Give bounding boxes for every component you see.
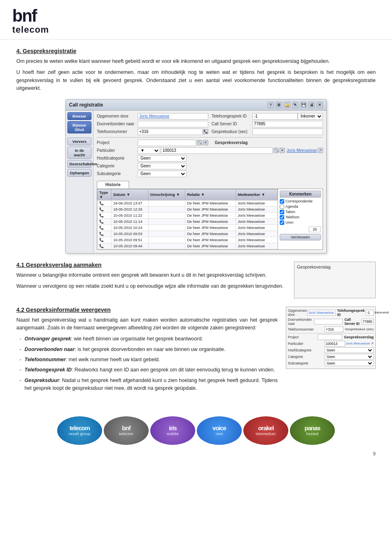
ververs-button[interactable]: Ververs xyxy=(67,138,91,145)
call-server-id-input[interactable] xyxy=(252,121,323,127)
titlebar-icon-6[interactable]: 🖨 xyxy=(308,102,315,108)
table-row: 📞 10-05-2010 11:22 De heer JPM Meeuwisse… xyxy=(98,212,278,218)
titlebar-icon-3[interactable]: 🔔 xyxy=(284,102,290,108)
titlebar-icon-4[interactable]: ✎ xyxy=(292,102,298,108)
titlebar-icon-1[interactable]: ? xyxy=(267,102,274,108)
checkbox-correspondentie: Correspondentie xyxy=(280,199,321,204)
in-de-wacht-button[interactable]: In de wacht xyxy=(67,147,91,159)
titlebar-icon-close[interactable]: ✕ xyxy=(316,102,323,108)
mini-callserver-input[interactable] xyxy=(361,319,374,324)
col-type: Type ▼ xyxy=(98,189,111,200)
titlebar-icon-5[interactable]: 💾 xyxy=(300,102,307,108)
cell-datum: 10-05-2010 11:22 xyxy=(111,212,148,218)
kenmerken-header: Kenmerken xyxy=(280,191,321,198)
opgenomen-door-input[interactable] xyxy=(138,113,208,120)
bullet-item: Doorverbonden naar: is het gesprek doorv… xyxy=(16,346,278,353)
taken-label: Taken xyxy=(285,210,295,214)
particulier-icons: 🔍 ✕ xyxy=(274,148,285,153)
bullet-item: Telefoonnummer: met welk nummer heeft uw… xyxy=(16,356,278,364)
titlebar-icon-2[interactable]: ⊞ xyxy=(276,102,282,108)
mini-particulier-input[interactable] xyxy=(325,341,345,347)
particulier-link-icon[interactable]: ↗ xyxy=(318,148,323,153)
mini-hoofdcategorie-select[interactable]: Geen xyxy=(325,347,374,353)
cell-type: 📞 xyxy=(98,243,111,249)
project-clear-icon[interactable]: ✕ xyxy=(203,140,208,145)
mini-callserver-label: Call Server ID xyxy=(344,318,361,326)
hoofdcategorie-select[interactable]: Geen xyxy=(138,155,187,162)
particulier-search-icon[interactable]: 🔍 xyxy=(274,148,279,153)
cell-omschrijving xyxy=(148,206,185,212)
subcategorie-select[interactable]: Geen xyxy=(138,171,187,177)
mini-subcategorie-select[interactable]: Geen xyxy=(325,360,374,366)
categorie-select[interactable]: Geen xyxy=(138,163,187,169)
phone-lookup-icon[interactable]: 📞 xyxy=(203,129,208,134)
main-content: 4. Gespreksregistratie Om precies te wet… xyxy=(0,44,392,408)
section42-para1: Naast het gesprekverslag wat u handmatig… xyxy=(16,316,278,332)
taken-checkbox[interactable] xyxy=(280,210,284,214)
project-search-icon[interactable]: 🔍 xyxy=(197,140,202,145)
correspondentie-checkbox[interactable] xyxy=(280,199,284,204)
mini-telefoongesprek-input[interactable] xyxy=(365,310,374,315)
cell-medewerker: Joris Meeuwisse xyxy=(236,218,278,224)
mini-particulier-link[interactable]: ↗ xyxy=(371,342,374,345)
header: bnf telecom xyxy=(0,0,392,40)
cell-relatie: De heer JPM Meeuwisse xyxy=(185,224,236,231)
form-row-hoofdcategorie: Hoofdcategorie Geen xyxy=(97,155,323,162)
mini-opgenomen-row: Opgenomen door Telefoongesprek ID Inkome… xyxy=(288,309,374,317)
col-medewerker: Medewerker ▼ xyxy=(236,189,278,200)
call-reg-titlebar: Call registratie ? ⊞ 🔔 ✎ 💾 🖨 ✕ xyxy=(66,100,326,111)
particulier-type-select[interactable]: ▼ xyxy=(138,147,160,154)
mini-opgenomen-input[interactable] xyxy=(307,310,336,315)
cell-medewerker: Joris Meeuwisse xyxy=(236,243,278,249)
form-area: Opgenomen door Telefoongesprek ID Inkome… xyxy=(94,111,326,181)
agenda-checkbox[interactable] xyxy=(280,204,284,209)
project-input[interactable] xyxy=(138,140,196,146)
telefoongesprek-id-input[interactable] xyxy=(252,113,298,120)
form-row-subcategorie: Subcategorie Geen xyxy=(97,171,323,177)
inkomend-select[interactable]: Inkomend xyxy=(298,113,323,120)
telefoon-label: Telefoon xyxy=(285,215,299,219)
cell-omschrijving xyxy=(148,200,185,206)
mini-categorie-select[interactable]: Geen xyxy=(325,354,374,360)
mini-project-input[interactable] xyxy=(318,334,342,340)
cell-datum: 10-05-2010 11:14 xyxy=(111,218,148,224)
particulier-id-input[interactable] xyxy=(161,147,273,154)
form-row-telefoonnummer: Telefoonnummer 📞 Gespreksduur (sec) xyxy=(97,129,323,135)
history-table: Type ▼ Datum ▼ Omschrijving ▼ Relatie ▼ … xyxy=(97,189,278,249)
tab-historie[interactable]: Historie xyxy=(97,181,129,189)
footer-logo-voice: voicerent xyxy=(197,416,242,445)
subcategorie-label: Subcategorie xyxy=(97,171,138,176)
footer-logo-orakel: orakeltelemediair xyxy=(243,416,288,445)
telefoon-checkbox[interactable] xyxy=(280,215,284,220)
history-tabs: Historie xyxy=(97,181,323,189)
footer: telecomresult groupbnftelecomirismobilev… xyxy=(0,408,392,449)
cell-omschrijving xyxy=(148,237,185,243)
ophangen-button[interactable]: Ophangen xyxy=(67,169,91,177)
footer-logo-top-telecom: telecom xyxy=(69,424,90,432)
mini-doorverbonden-input[interactable] xyxy=(314,319,343,324)
table-row: 📞 10-05-2010 09:44 De heer JPM Meeuwisse… xyxy=(98,243,278,249)
mini-particulier-name: Joris Meeuwisse xyxy=(346,342,370,345)
cell-type: 📞 xyxy=(98,200,111,206)
titlebar-icons: ? ⊞ 🔔 ✎ 💾 🖨 ✕ xyxy=(267,102,323,108)
particulier-clear-icon[interactable]: ✕ xyxy=(280,148,285,153)
form-row-particulier: Particulier ▼ 🔍 ✕ Joris Meeuwisse xyxy=(97,147,323,154)
bijwaar-sluit-button[interactable]: Bijwaar /Sluit xyxy=(67,121,91,133)
doorschakelen-button[interactable]: Doorschakelen xyxy=(67,160,91,168)
cell-type: 📞 xyxy=(98,206,111,212)
footer-logo-top-iris: iris xyxy=(169,424,177,432)
footer-logo-top-orakel: orakel xyxy=(258,424,274,432)
uren-checkbox[interactable] xyxy=(280,220,284,225)
uren-input[interactable] xyxy=(309,227,321,232)
form-divider-1 xyxy=(97,137,323,138)
doorverbonden-naar-input[interactable] xyxy=(138,121,208,127)
bewaar-button[interactable]: Bewaar xyxy=(67,112,91,120)
vernieuwen-button[interactable]: Vernieuwen xyxy=(280,234,321,240)
cell-relatie: De heer JPM Meeuwisse xyxy=(185,212,236,218)
footer-logo-bnf: bnftelecom xyxy=(104,416,149,445)
gespreksduur-input[interactable] xyxy=(252,129,323,135)
mini-telefoonnummer-input[interactable] xyxy=(325,327,343,332)
uren-label: Uren xyxy=(285,220,294,224)
mini-telefoongesprek-label: Telefoongesprek ID xyxy=(337,309,365,317)
telefoonnummer-input[interactable] xyxy=(138,129,203,135)
